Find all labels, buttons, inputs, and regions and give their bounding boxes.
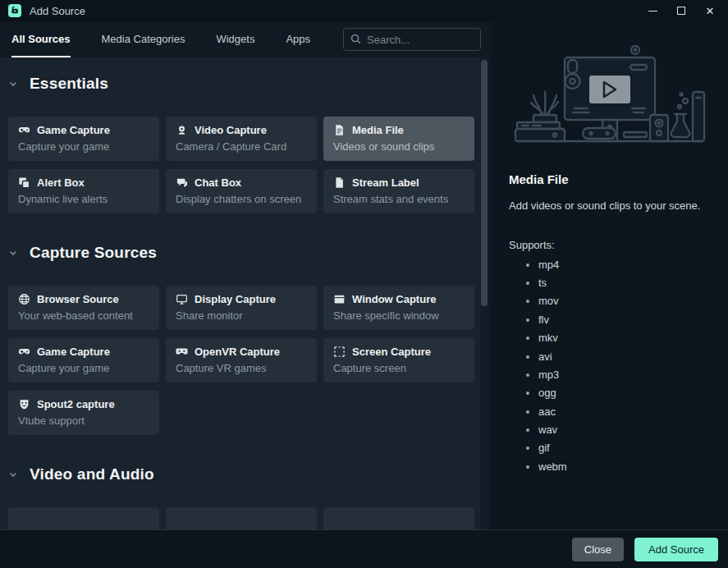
card-subtitle: Stream stats and events: [333, 193, 465, 205]
card-subtitle: Your web-based content: [18, 309, 149, 322]
card-title: Screen Capture: [352, 346, 431, 358]
format-item: ogg: [538, 387, 708, 399]
card-title: Display Capture: [195, 293, 276, 305]
source-card-screen-capture[interactable]: Screen CaptureCapture screen: [323, 338, 474, 382]
format-item: mp3: [538, 369, 708, 381]
card-title: Spout2 capture: [37, 398, 115, 410]
card-subtitle: Capture VR games: [176, 362, 307, 374]
blank-icon: [176, 515, 188, 527]
card-title: Browser Source: [37, 293, 119, 305]
section-title: Essentials: [30, 75, 108, 93]
tab-all-sources[interactable]: All Sources: [11, 21, 71, 57]
source-list-panel: All SourcesMedia CategoriesWidgetsApps E…: [0, 21, 489, 529]
card-title: OpenVR Capture: [195, 346, 280, 358]
search-box: [343, 28, 481, 51]
file-icon: [333, 176, 346, 189]
format-item: webm: [538, 460, 708, 473]
gamepad-icon: [18, 346, 30, 358]
source-card-display-capture[interactable]: Display CaptureShare monitor: [166, 286, 317, 330]
card-subtitle: Videos or sound clips: [333, 140, 465, 153]
detail-description: Add videos or sound clips to your scene.: [509, 199, 708, 213]
mask-icon: [18, 398, 30, 410]
source-card-window-capture[interactable]: Window CaptureShare specific window: [323, 286, 474, 330]
card-subtitle: Dynamic live alerts: [18, 193, 149, 205]
tab-media-categories[interactable]: Media Categories: [102, 21, 185, 57]
tab-bar: All SourcesMedia CategoriesWidgetsApps: [0, 21, 489, 57]
search-icon: [350, 33, 362, 45]
webcam-icon: [176, 124, 188, 136]
section-essentials: EssentialsGame CaptureCapture your gameV…: [8, 74, 481, 213]
layers-icon: [18, 176, 30, 189]
tab-apps[interactable]: Apps: [286, 21, 310, 57]
format-item: wav: [538, 424, 708, 436]
section-capture-sources: Capture SourcesBrowser SourceYour web-ba…: [8, 243, 481, 435]
add-source-button[interactable]: Add Source: [634, 538, 718, 561]
format-item: gif: [538, 442, 708, 454]
blank-icon: [18, 515, 30, 527]
maximize-icon[interactable]: [675, 5, 687, 16]
window-icon: [333, 293, 346, 305]
blank-icon: [333, 515, 346, 527]
tab-widgets[interactable]: Widgets: [216, 21, 254, 57]
source-card-alert-box[interactable]: Alert BoxDynamic live alerts: [8, 169, 159, 213]
format-item: ts: [538, 277, 708, 289]
section-title: Capture Sources: [30, 244, 157, 262]
source-sections: EssentialsGame CaptureCapture your gameV…: [0, 57, 489, 529]
card-subtitle: Share specific window: [333, 309, 465, 322]
title-bar: Add Source ✕: [0, 0, 728, 21]
card-subtitle: Capture screen: [333, 362, 465, 374]
card-title: Game Capture: [37, 346, 110, 358]
main-area: All SourcesMedia CategoriesWidgetsApps E…: [0, 21, 728, 529]
source-card-stream-label[interactable]: Stream LabelStream stats and events: [323, 169, 474, 213]
source-card-game-capture[interactable]: Game CaptureCapture your game: [8, 338, 159, 382]
source-card-hidden[interactable]: [166, 507, 317, 529]
source-card-spout2-capture[interactable]: Spout2 captureVtube support: [8, 391, 159, 435]
window-title: Add Source: [30, 5, 85, 17]
close-icon[interactable]: ✕: [704, 5, 716, 16]
format-item: mp4: [538, 259, 708, 271]
format-item: avi: [538, 350, 708, 363]
source-card-chat-box[interactable]: Chat BoxDisplay chatters on screen: [166, 169, 317, 213]
section-title: Video and Audio: [30, 465, 154, 483]
chevron-down-icon: [8, 248, 18, 258]
card-title: Alert Box: [37, 176, 85, 189]
streamlabs-logo-icon: [8, 4, 21, 17]
source-card-game-capture[interactable]: Game CaptureCapture your game: [8, 117, 159, 161]
scrollbar-thumb[interactable]: [481, 60, 488, 306]
source-card-video-capture[interactable]: Video CaptureCamera / Capture Card: [166, 117, 317, 161]
chevron-down-icon: [8, 79, 18, 89]
section-header-video-and-audio[interactable]: Video and Audio: [8, 465, 481, 483]
section-video-and-audio: Video and Audio: [8, 465, 481, 529]
search-input[interactable]: [343, 28, 481, 51]
section-header-capture-sources[interactable]: Capture Sources: [8, 243, 481, 262]
card-grid: [8, 507, 481, 529]
source-card-hidden[interactable]: [323, 507, 474, 529]
source-card-browser-source[interactable]: Browser SourceYour web-based content: [8, 286, 159, 330]
media-file-icon: [333, 124, 346, 136]
gamepad-icon: [18, 124, 30, 136]
card-title: Media File: [352, 124, 404, 136]
tabs: All SourcesMedia CategoriesWidgetsApps: [8, 21, 310, 57]
format-item: mkv: [538, 332, 708, 344]
supported-formats-list: mp4tsmovflvmkvavimp3oggaacwavgifwebm: [509, 259, 708, 473]
card-title: Stream Label: [352, 176, 419, 189]
card-title: Window Capture: [352, 293, 436, 305]
card-grid: Game CaptureCapture your gameVideo Captu…: [8, 117, 481, 213]
vr-icon: [176, 346, 188, 358]
detail-panel: Media File Add videos or sound clips to …: [489, 21, 728, 529]
globe-icon: [18, 293, 30, 305]
section-header-essentials[interactable]: Essentials: [8, 74, 481, 93]
format-item: aac: [538, 405, 708, 418]
footer: Close Add Source: [0, 529, 728, 568]
supports-label: Supports:: [509, 239, 708, 251]
close-button[interactable]: Close: [572, 538, 624, 561]
chat-icon: [176, 176, 188, 189]
card-title: Game Capture: [37, 124, 110, 136]
source-card-hidden[interactable]: [8, 507, 159, 529]
minimize-icon[interactable]: [647, 5, 658, 16]
monitor-icon: [176, 293, 188, 305]
card-subtitle: Display chatters on screen: [176, 193, 307, 205]
chevron-down-icon: [8, 470, 18, 479]
source-card-openvr-capture[interactable]: OpenVR CaptureCapture VR games: [166, 338, 317, 382]
source-card-media-file[interactable]: Media FileVideos or sound clips: [323, 117, 474, 161]
